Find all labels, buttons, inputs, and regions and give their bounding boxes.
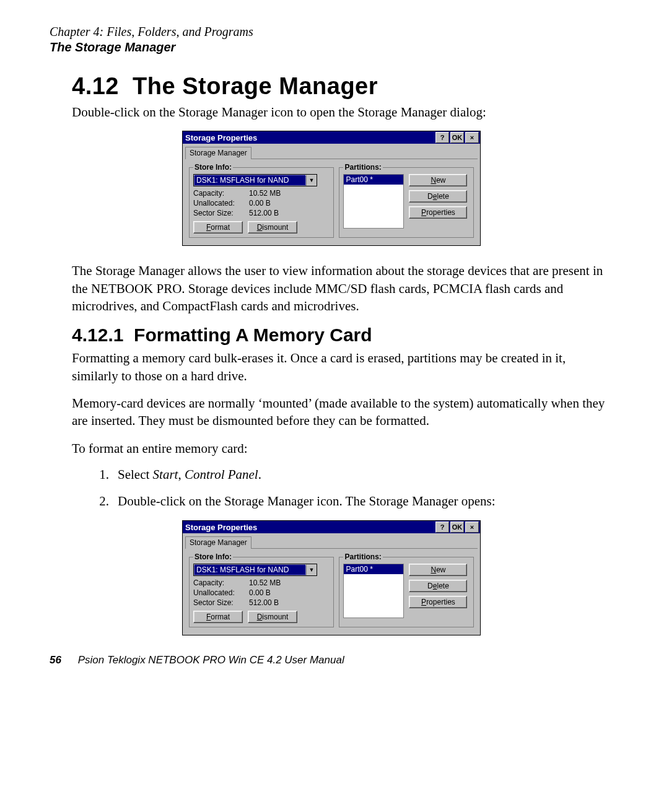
dropdown-arrow-icon[interactable]: ▼ — [306, 564, 317, 575]
partition-list[interactable]: Part00 * — [343, 564, 404, 618]
partitions-group: Partitions: Part00 * New Delete Properti… — [339, 552, 474, 627]
store-select-value: DSK1: MSFLASH for NAND — [194, 564, 306, 575]
partition-item[interactable]: Part00 * — [344, 175, 403, 185]
dropdown-arrow-icon[interactable]: ▼ — [306, 175, 317, 186]
tab-storage-manager[interactable]: Storage Manager — [185, 536, 251, 549]
paragraph-1: The Storage Manager allows the user to v… — [72, 262, 613, 315]
paragraph-3: Memory-card devices are normally ‘mounte… — [72, 395, 613, 430]
tab-storage-manager[interactable]: Storage Manager — [185, 147, 251, 159]
format-button[interactable]: Format — [193, 611, 243, 623]
page-number: 56 — [50, 654, 61, 666]
heading-4-12: 4.12 The Storage Manager — [72, 73, 613, 100]
dismount-button[interactable]: Dismount — [248, 611, 297, 623]
sector-size-value: 512.00 B — [249, 598, 279, 607]
storage-properties-dialog: Storage Properties ? OK × Storage Manage… — [182, 520, 481, 635]
subheading-number: 4.12.1 — [72, 325, 123, 345]
store-info-group: Store Info: DSK1: MSFLASH for NAND ▼ Cap… — [189, 163, 334, 238]
unallocated-value: 0.00 B — [249, 588, 271, 597]
storage-properties-dialog: Storage Properties ? OK × Storage Manage… — [182, 131, 481, 246]
heading-4-12-1: 4.12.1 Formatting A Memory Card — [72, 325, 613, 346]
step-2: 2. Double-click on the Storage Manager i… — [95, 494, 613, 509]
steps-list: 1. Select Start, Control Panel. 2. Doubl… — [95, 467, 613, 509]
manual-title: Psion Teklogix NETBOOK PRO Win CE 4.2 Us… — [78, 654, 344, 666]
delete-button[interactable]: Delete — [409, 190, 467, 203]
tabstrip: Storage Manager — [185, 536, 478, 548]
help-button[interactable]: ? — [435, 522, 449, 533]
properties-button[interactable]: Properties — [409, 596, 467, 608]
paragraph-4: To format an entire memory card: — [72, 440, 613, 457]
ok-button[interactable]: OK — [450, 132, 464, 143]
tab-panel: Store Info: DSK1: MSFLASH for NAND ▼ Cap… — [185, 548, 478, 632]
partitions-legend: Partitions: — [343, 552, 382, 561]
new-button[interactable]: New — [409, 564, 467, 576]
step-number: 1. — [95, 467, 109, 482]
delete-button[interactable]: Delete — [409, 580, 467, 592]
page-footer: 56 Psion Teklogix NETBOOK PRO Win CE 4.2… — [50, 654, 613, 666]
chapter-header: Chapter 4: Files, Folders, and Programs — [50, 25, 613, 39]
capacity-value: 10.52 MB — [249, 189, 281, 198]
storage-properties-screenshot-2: Storage Properties ? OK × Storage Manage… — [50, 520, 613, 635]
step-1: 1. Select Start, Control Panel. — [95, 467, 613, 482]
intro-paragraph: Double-click on the Storage Manager icon… — [72, 103, 613, 121]
titlebar: Storage Properties ? OK × — [183, 131, 480, 144]
capacity-label: Capacity: — [193, 578, 249, 587]
heading-number: 4.12 — [72, 73, 119, 99]
close-button[interactable]: × — [465, 132, 479, 143]
paragraph-2: Formatting a memory card bulk-erases it.… — [72, 349, 613, 385]
titlebar: Storage Properties ? OK × — [183, 521, 480, 533]
sector-size-value: 512.00 B — [249, 209, 279, 217]
tabstrip: Storage Manager — [185, 146, 478, 159]
properties-button[interactable]: Properties — [409, 206, 467, 219]
store-info-group: Store Info: DSK1: MSFLASH for NAND ▼ Cap… — [189, 552, 334, 627]
step-text: Double-click on the Storage Manager icon… — [118, 494, 613, 509]
dialog-title: Storage Properties — [185, 133, 434, 142]
ok-button[interactable]: OK — [450, 522, 464, 533]
partition-list[interactable]: Part00 * — [343, 174, 404, 229]
unallocated-label: Unallocated: — [193, 199, 249, 207]
store-select[interactable]: DSK1: MSFLASH for NAND ▼ — [193, 174, 317, 186]
step-number: 2. — [95, 494, 109, 509]
unallocated-label: Unallocated: — [193, 588, 249, 597]
format-button[interactable]: Format — [193, 221, 243, 234]
unallocated-value: 0.00 B — [249, 199, 271, 207]
sector-size-label: Sector Size: — [193, 598, 249, 607]
sector-size-label: Sector Size: — [193, 209, 249, 217]
tab-panel: Store Info: DSK1: MSFLASH for NAND ▼ Cap… — [185, 159, 478, 243]
store-select[interactable]: DSK1: MSFLASH for NAND ▼ — [193, 564, 317, 576]
close-button[interactable]: × — [465, 522, 479, 533]
partition-item[interactable]: Part00 * — [344, 564, 403, 574]
capacity-label: Capacity: — [193, 189, 249, 198]
storage-properties-screenshot-1: Storage Properties ? OK × Storage Manage… — [50, 131, 613, 246]
help-button[interactable]: ? — [435, 132, 449, 143]
section-header: The Storage Manager — [50, 40, 613, 55]
partitions-group: Partitions: Part00 * New Delete Properti… — [339, 163, 474, 238]
store-select-value: DSK1: MSFLASH for NAND — [194, 175, 306, 186]
subheading-text: Formatting A Memory Card — [134, 325, 372, 345]
partitions-legend: Partitions: — [343, 163, 382, 172]
new-button[interactable]: New — [409, 174, 467, 186]
dismount-button[interactable]: Dismount — [248, 221, 297, 234]
heading-text: The Storage Manager — [133, 73, 378, 99]
store-info-legend: Store Info: — [193, 163, 233, 172]
dialog-title: Storage Properties — [185, 523, 434, 532]
store-info-legend: Store Info: — [193, 552, 233, 561]
capacity-value: 10.52 MB — [249, 578, 281, 587]
step-text: Select Start, Control Panel. — [118, 467, 613, 482]
